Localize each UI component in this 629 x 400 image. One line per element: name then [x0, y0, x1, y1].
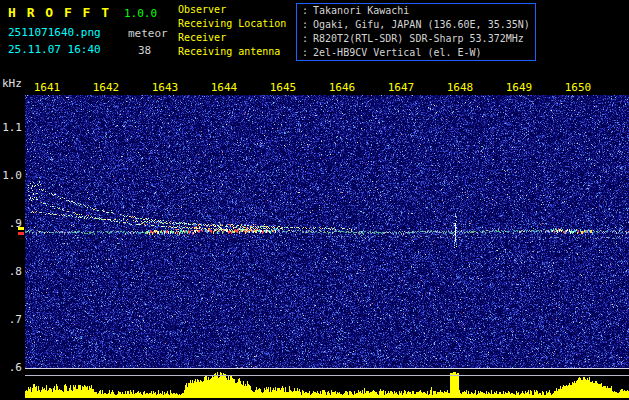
meteor-count: 38: [138, 44, 151, 57]
info-value-receiver: :R820T2(RTL-SDR) SDR-Sharp 53.372MHz: [302, 32, 530, 46]
current-datetime: 25.11.07 16:40: [8, 43, 101, 56]
app-title: H R O F F T: [8, 5, 111, 20]
info-labels: Observer Receiving Location Receiver Rec…: [178, 3, 296, 59]
info-value-text: R820T2(RTL-SDR) SDR-Sharp 53.372MHz: [313, 33, 524, 44]
time-tick-label: 1645: [268, 81, 298, 94]
info-label-observer: Observer: [178, 3, 296, 17]
info-values-box: :Takanori Kawachi :Ogaki, Gifu, JAPAN (1…: [296, 3, 536, 61]
time-tick-label: 1642: [91, 81, 121, 94]
freq-tick-label: 1.0: [0, 169, 22, 182]
mode-label: meteor: [128, 27, 168, 40]
time-tick-label: 1641: [32, 81, 62, 94]
carrier-marker-red: [18, 232, 24, 235]
time-tick-label: 1648: [445, 81, 475, 94]
info-value-text: 2el-HB9CV Vertical (el. E-W): [313, 47, 482, 58]
info-label-receiver: Receiver: [178, 31, 296, 45]
freq-tick-label: .6: [0, 361, 22, 374]
colon: :: [302, 47, 308, 58]
level-ref-line-upper: [25, 368, 629, 369]
info-value-text: Ogaki, Gifu, JAPAN (136.60E, 35.35N): [313, 19, 530, 30]
info-label-location: Receiving Location: [178, 17, 296, 31]
freq-tick-label: .7: [0, 313, 22, 326]
level-graph-canvas: [25, 369, 629, 398]
time-tick-label: 1649: [504, 81, 534, 94]
freq-tick-label: 1.1: [0, 121, 22, 134]
output-filename: 2511071640.png: [8, 26, 101, 39]
colon: :: [302, 5, 308, 16]
colon: :: [302, 33, 308, 44]
info-value-location: :Ogaki, Gifu, JAPAN (136.60E, 35.35N): [302, 18, 530, 32]
info-value-antenna: :2el-HB9CV Vertical (el. E-W): [302, 46, 530, 60]
time-tick-label: 1647: [386, 81, 416, 94]
time-tick-label: 1646: [327, 81, 357, 94]
spectrogram-canvas: [25, 95, 629, 368]
level-ref-line-lower: [25, 375, 629, 376]
info-label-antenna: Receiving antenna: [178, 45, 296, 59]
colon: :: [302, 19, 308, 30]
freq-tick-label: .8: [0, 265, 22, 278]
station-info-panel: Observer Receiving Location Receiver Rec…: [178, 3, 536, 61]
carrier-marker-yellow: [18, 227, 24, 230]
info-value-text: Takanori Kawachi: [313, 5, 409, 16]
info-value-observer: :Takanori Kawachi: [302, 4, 530, 18]
freq-unit-label: kHz: [2, 77, 22, 90]
time-tick-label: 1643: [150, 81, 180, 94]
time-tick-label: 1650: [563, 81, 593, 94]
app-version: 1.0.0: [124, 7, 157, 20]
time-tick-label: 1644: [209, 81, 239, 94]
